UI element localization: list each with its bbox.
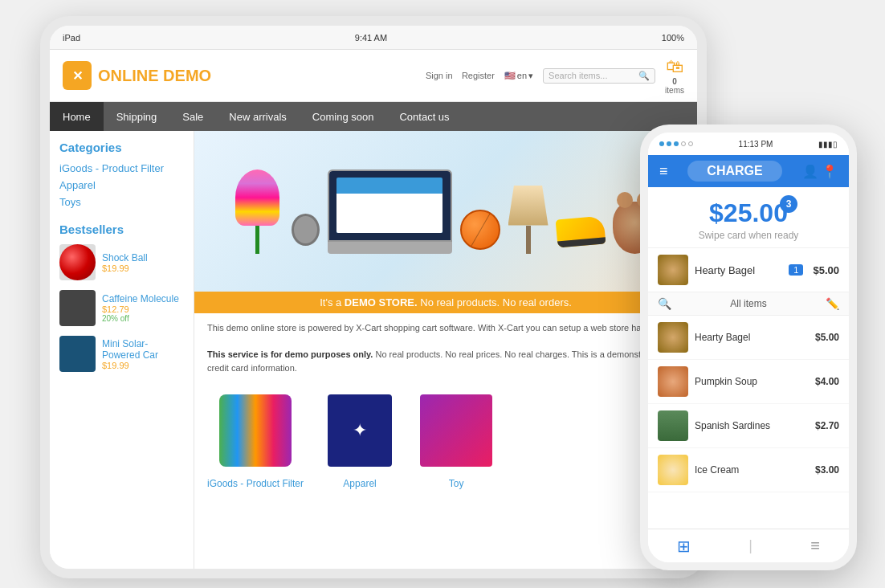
order-item-qty: 1 bbox=[789, 264, 803, 276]
hero-objects bbox=[227, 161, 665, 262]
signal-indicator bbox=[659, 141, 693, 146]
product-discount: 20% off bbox=[102, 314, 179, 323]
product-price: $19.99 bbox=[102, 263, 148, 273]
content-area: It's a DEMO STORE. No real products. No … bbox=[194, 131, 697, 569]
sneaker-decoration bbox=[555, 215, 606, 247]
hamburger-icon[interactable]: ≡ bbox=[659, 164, 668, 178]
list-item: Hearty Bagel $5.00 bbox=[648, 316, 849, 360]
demo-text-p2: This service is for demo purposes only. … bbox=[207, 348, 684, 374]
menu-item-thumb bbox=[658, 322, 688, 353]
divider: | bbox=[748, 537, 752, 554]
list-item: Shock Ball $19.99 bbox=[59, 244, 184, 280]
nav-item-sale[interactable]: Sale bbox=[169, 102, 216, 131]
sidebar-link-toys[interactable]: Toys bbox=[59, 196, 184, 208]
categories-title: Categories bbox=[59, 141, 184, 154]
tulips-decoration bbox=[235, 169, 279, 254]
tablet-content: ✕ ONLINE DEMO Sign in Register 🇺🇸 en ▾ S… bbox=[50, 50, 697, 569]
logo-text: ONLINE DEMO bbox=[98, 67, 211, 85]
list-icon[interactable]: ≡ bbox=[810, 537, 820, 555]
nav-bar: Home Shipping Sale New arrivals Coming s… bbox=[50, 102, 697, 131]
toy-link[interactable]: Toy bbox=[449, 478, 464, 489]
all-items-bar: 🔍 All items ✏️ bbox=[648, 292, 849, 316]
swipe-text: Swipe card when ready bbox=[648, 230, 849, 241]
charge-amount: $25.00 bbox=[648, 198, 849, 228]
lamp-decoration bbox=[508, 186, 549, 254]
product-grid: iGoods - Product Filter ✦ Apparel bbox=[194, 382, 697, 498]
nav-item-new-arrivals[interactable]: New arrivals bbox=[216, 102, 300, 131]
nav-item-coming-soon[interactable]: Coming soon bbox=[300, 102, 387, 131]
demo-text-p1: This demo online store is powered by X-C… bbox=[207, 321, 684, 335]
tablet-time: 9:41 AM bbox=[355, 33, 387, 43]
phone: 11:13 PM ▮▮▮▯ ≡ CHARGE 👤 📍 $25.00 Swipe … bbox=[640, 125, 857, 570]
bestsellers-section: Bestsellers Shock Ball $19.99 bbox=[59, 223, 184, 372]
list-item: Spanish Sardines $2.70 bbox=[648, 404, 849, 448]
sidebar-link-apparel[interactable]: Apparel bbox=[59, 179, 184, 191]
cart-label: items bbox=[665, 86, 684, 95]
top-order-item: Hearty Bagel 1 $5.00 bbox=[648, 248, 849, 292]
cart-badge: 3 bbox=[780, 195, 797, 213]
demo-text: This demo online store is powered by X-C… bbox=[194, 313, 697, 382]
amount-area: $25.00 Swipe card when ready bbox=[648, 187, 849, 248]
product-info-shockball: Shock Ball $19.99 bbox=[102, 252, 148, 273]
nav-item-home[interactable]: Home bbox=[50, 102, 104, 131]
signin-link[interactable]: Sign in bbox=[426, 71, 453, 80]
list-item: Mini Solar-Powered Car $19.99 bbox=[59, 336, 184, 372]
cart-count: 0 bbox=[672, 77, 677, 86]
all-items-label: All items bbox=[704, 298, 794, 309]
tablet-device-label: iPad bbox=[63, 33, 80, 43]
hero-banner bbox=[194, 131, 697, 292]
store-header: ✕ ONLINE DEMO Sign in Register 🇺🇸 en ▾ S… bbox=[50, 50, 697, 102]
igoods-product-img bbox=[215, 390, 296, 471]
edit-icon[interactable]: ✏️ bbox=[794, 297, 840, 310]
signal-dot-5 bbox=[688, 141, 693, 146]
search-bar[interactable]: Search items... 🔍 bbox=[543, 68, 655, 84]
product-thumb-car bbox=[59, 336, 96, 372]
tablet-status-bar: iPad 9:41 AM 100% bbox=[50, 26, 697, 50]
laptop-decoration bbox=[328, 169, 452, 254]
product-info-car: Mini Solar-Powered Car $19.99 bbox=[102, 338, 184, 370]
list-item: Toy bbox=[416, 390, 496, 490]
menu-item-price: $2.70 bbox=[815, 420, 839, 431]
apparel-product-img: ✦ bbox=[320, 390, 400, 471]
menu-item-name: Pumpkin Soup bbox=[695, 376, 809, 387]
flag-selector[interactable]: 🇺🇸 en ▾ bbox=[504, 71, 533, 81]
register-link[interactable]: Register bbox=[462, 71, 495, 80]
apparel-link[interactable]: Apparel bbox=[343, 478, 376, 489]
sidebar-link-igoods[interactable]: iGoods - Product Filter bbox=[59, 162, 184, 174]
menu-item-thumb bbox=[658, 455, 688, 485]
list-item: Pumpkin Soup $4.00 bbox=[648, 360, 849, 404]
order-item-thumb bbox=[658, 255, 688, 285]
charge-title: CHARGE bbox=[687, 161, 781, 182]
menu-item-name: Ice Cream bbox=[695, 464, 809, 476]
product-thumb-shockball bbox=[59, 244, 96, 280]
menu-item-thumb bbox=[658, 410, 688, 441]
user-icon[interactable]: 👤 📍 bbox=[802, 164, 838, 179]
list-item: iGoods - Product Filter bbox=[207, 390, 304, 490]
menu-item-price: $5.00 bbox=[815, 332, 839, 343]
sidebar: Categories iGoods - Product Filter Appar… bbox=[50, 131, 194, 569]
calculator-icon[interactable]: ⊞ bbox=[677, 537, 691, 556]
header-links: Sign in Register bbox=[419, 70, 495, 81]
nav-item-contact-us[interactable]: Contact us bbox=[386, 102, 462, 131]
list-item: Caffeine Molecule $12.79 20% off bbox=[59, 290, 184, 326]
toy-product-img bbox=[416, 390, 496, 471]
cart-area[interactable]: 🛍 0 items bbox=[665, 56, 684, 95]
list-item: Ice Cream $3.00 bbox=[648, 448, 849, 492]
product-name: Caffeine Molecule bbox=[102, 293, 179, 304]
main-content: Categories iGoods - Product Filter Appar… bbox=[50, 131, 697, 569]
logo-icon: ✕ bbox=[63, 61, 92, 90]
search-icon: 🔍 bbox=[638, 71, 650, 81]
signal-dot-1 bbox=[659, 141, 664, 146]
product-name: Mini Solar-Powered Car bbox=[102, 338, 184, 361]
demo-banner: It's a DEMO STORE. No real products. No … bbox=[194, 292, 697, 313]
search-icon[interactable]: 🔍 bbox=[658, 297, 704, 310]
scene: iPad 9:41 AM 100% ✕ ONLINE DEMO Sign in … bbox=[0, 0, 885, 588]
logo-area: ✕ ONLINE DEMO bbox=[63, 61, 211, 90]
cart-bag-icon: 🛍 bbox=[666, 56, 683, 77]
product-price: $19.99 bbox=[102, 361, 184, 370]
phone-bottom-bar: ⊞ | ≡ bbox=[648, 529, 849, 562]
menu-item-price: $4.00 bbox=[815, 376, 839, 387]
igoods-link[interactable]: iGoods - Product Filter bbox=[207, 478, 304, 489]
nav-item-shipping[interactable]: Shipping bbox=[104, 102, 170, 131]
tablet: iPad 9:41 AM 100% ✕ ONLINE DEMO Sign in … bbox=[40, 16, 707, 578]
